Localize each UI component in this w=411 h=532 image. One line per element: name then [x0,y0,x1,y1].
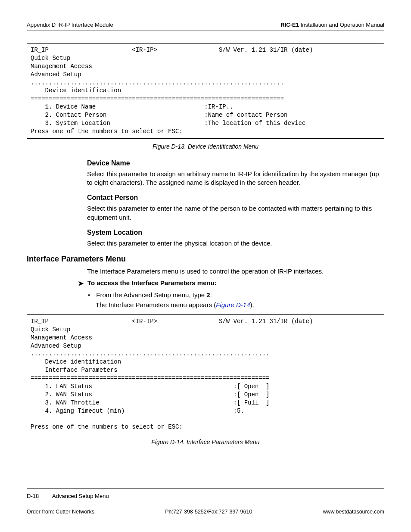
figure-caption-d13: Figure D-13. Device Identification Menu [27,143,384,150]
t2-item3-label: 3. WAN Throttle [31,399,100,406]
step-post: . [210,291,212,299]
footer-top: D-18 Advanced Setup Menu [27,488,384,499]
header-right-bold: RIC-E1 [280,22,299,28]
t2-item4-label: 4. Aging Timeout (min) [31,408,125,414]
t2-item1-label: 1. LAN Status [31,383,92,390]
t1-ver: S/W Ver. 1.21 31/IR (date) [219,47,313,53]
t1-prompt: Press one of the numbers to select or ES… [31,128,183,135]
t2-dots: ........................................… [31,350,270,357]
step-bold: 2 [206,291,210,299]
figure-caption-d14: Figure D-14. Interface Parameters Menu [27,439,384,445]
footer-section-name: Advanced Setup Menu [52,493,109,499]
header-left: Appendix D IR-IP Interface Module [27,22,113,28]
t1-item3-val: :The location of this device [204,120,305,127]
xref-figure-d14[interactable]: Figure D-14 [216,301,250,308]
procedure-heading-row: ➤ To access the Interface Parameters men… [78,279,384,289]
t2-item1-val: :[ Open ] [233,383,269,390]
t1-item2-label: 2. Contact Person [31,112,106,118]
t2-menu3: Advanced Setup [31,342,81,349]
t2-item2-label: 2. WAN Status [31,391,92,398]
t2-item2-val: :[ Open ] [233,391,269,398]
para-contact-person: Select this parameter to enter the name … [87,204,380,222]
t1-item2-val: :Name of contact Person [204,112,287,118]
bullet-icon: • [88,291,90,299]
t1-menu2: Management Access [31,63,92,70]
t2-submenu1: Device identification [31,358,121,365]
para-system-location: Select this parameter to enter the physi… [87,239,380,248]
heading-interface-parameters-menu: Interface Parameters Menu [27,255,384,264]
terminal-interface-parameters: IR_IP <IR-IP> S/W Ver. 1.21 31/IR (date)… [27,314,384,434]
procedure-result: The Interface Parameters menu appears (F… [96,301,384,308]
t2-eqline: ========================================… [31,375,270,382]
t1-menu1: Quick Setup [31,55,70,62]
result-pre: The Interface Parameters menu appears ( [96,301,216,308]
arrow-icon: ➤ [78,279,84,289]
terminal-device-identification: IR_IP <IR-IP> S/W Ver. 1.21 31/IR (date)… [27,43,384,139]
footer-bottom: Order from: Cutter Networks Ph:727-398-5… [27,509,384,515]
step-pre: From the Advanced Setup menu, type [96,291,206,299]
t1-host: IR_IP [31,47,49,53]
t1-item1-label: 1. Device Name [31,103,96,110]
header-right: RIC-E1 Installation and Operation Manual [280,22,384,28]
procedure-step-text: From the Advanced Setup menu, type 2. [96,291,212,299]
t1-devname: <IR-IP> [132,47,157,53]
footer-order-from: Order from: Cutter Networks [27,509,94,515]
para-device-name: Select this parameter to assign an arbit… [87,170,380,187]
procedure-heading: To access the Interface Parameters menu: [87,279,217,286]
t1-submenu: Device identification [31,87,121,94]
t1-item1-val: :IR-IP.. [204,103,233,110]
procedure-step: • From the Advanced Setup menu, type 2. [88,291,384,299]
heading-device-name: Device Name [87,159,380,167]
page-header: Appendix D IR-IP Interface Module RIC-E1… [27,22,384,31]
t1-menu3: Advanced Setup [31,71,81,78]
header-right-rest: Installation and Operation Manual [299,22,384,28]
heading-system-location: System Location [87,229,380,236]
t2-ver: S/W Ver. 1.21 31/IR (date) [219,318,313,325]
footer-website: www.bestdatasource.com [323,509,384,515]
footer-phone-fax: Ph:727-398-5252/Fax:727-397-9610 [165,509,252,515]
t2-submenu2: Interface Parameters [31,367,118,373]
footer-page-number: D-18 [27,493,39,499]
result-post: ). [250,301,254,308]
t2-item3-val: :[ Full ] [234,399,270,406]
para-interface-intro: The Interface Parameters menu is used to… [87,267,380,276]
t1-eqline: ========================================… [31,95,284,102]
t2-devname: <IR-IP> [132,318,157,325]
t2-item4-val: :5. [233,408,244,414]
t1-item3-label: 3. System Location [31,120,110,127]
t2-menu1: Quick Setup [31,326,70,333]
heading-contact-person: Contact Person [87,194,380,202]
t2-host: IR_IP [31,318,49,325]
t1-dots: ........................................… [31,79,284,86]
t2-menu2: Management Access [31,334,92,341]
t2-prompt: Press one of the numbers to select or ES… [31,423,183,430]
